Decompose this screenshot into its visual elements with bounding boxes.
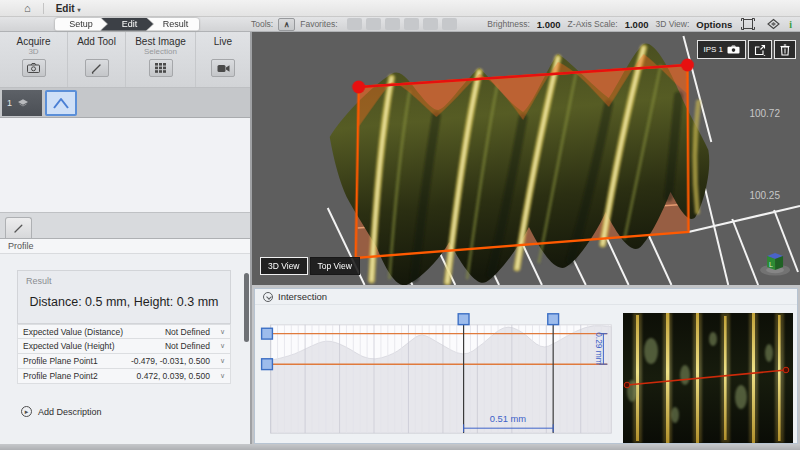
rotate-3d-icon <box>766 18 781 30</box>
pencil-icon <box>13 223 24 234</box>
profile-scrollbar[interactable] <box>244 273 249 342</box>
ips-capture-button[interactable]: IPS 1 <box>697 40 746 59</box>
row-label: Expected Value (Distance) <box>23 327 165 337</box>
result-value: Distance: 0.5 mm, Height: 0.3 mm <box>26 286 222 323</box>
row-value: 0.472, 0.039, 0.500 <box>137 371 210 381</box>
workflow-tabs: Setup Edit Result <box>55 18 199 31</box>
3d-view-button[interactable]: 3D View <box>260 257 308 275</box>
workflow-toolbar: Setup Edit Result Tools: ∧ Favorites: Br… <box>0 17 800 32</box>
caret-down-icon: ▾ <box>78 6 81 13</box>
best-image-button[interactable] <box>149 59 173 77</box>
z-axis-scale-value[interactable]: 1.000 <box>625 19 649 30</box>
tab-setup[interactable]: Setup <box>55 18 107 31</box>
tab-result[interactable]: Result <box>147 18 199 31</box>
row-label: Profile Plane Point2 <box>23 371 137 381</box>
favorite-slot[interactable] <box>347 18 362 30</box>
favorites-label: Favorites: <box>300 19 337 29</box>
fit-view-icon <box>741 18 755 30</box>
chevron-down-icon[interactable]: ∨ <box>220 328 225 336</box>
camera-preview-image[interactable] <box>623 313 793 443</box>
row-value: Not Defined <box>165 327 210 337</box>
plane-point1-row[interactable]: Profile Plane Point1 -0.479, -0.031, 0.5… <box>17 354 231 369</box>
profile-plot[interactable]: 0.51 mm 0.29 mm <box>259 313 617 439</box>
dataset-index: 1 <box>7 98 12 108</box>
add-tool-label: Add Tool <box>77 36 116 47</box>
favorite-slot[interactable] <box>442 18 457 30</box>
favorite-slot[interactable] <box>404 18 419 30</box>
application-window: ⌂ Edit ▾ Setup Edit Result Tools: ∧ Favo… <box>0 0 800 450</box>
grid-icon <box>155 63 166 73</box>
panel-gap <box>0 213 250 217</box>
row-label: Expected Value (Height) <box>23 341 165 351</box>
fit-view-button[interactable] <box>739 18 757 31</box>
top-view-button[interactable]: Top View <box>310 257 360 275</box>
favorite-slot[interactable] <box>385 18 400 30</box>
orientation-gizmo[interactable]: L <box>760 253 790 276</box>
home-icon[interactable]: ⌂ <box>24 2 31 14</box>
favorite-slot[interactable] <box>423 18 438 30</box>
profile-panel: Profile Result Distance: 0.5 mm, Height:… <box>0 238 250 444</box>
add-tool-button[interactable] <box>85 59 109 77</box>
profile-panel-header: Profile <box>0 239 250 254</box>
view-mode-buttons: 3D View Top View <box>260 257 360 275</box>
menu-separator <box>43 3 44 14</box>
3d-view-options-button[interactable]: Options <box>696 19 732 30</box>
best-image-group: Best Image Selection <box>126 32 196 87</box>
profile-caret-icon: ∧ <box>284 20 290 29</box>
delete-button[interactable] <box>774 40 796 59</box>
edit-profile-tab[interactable] <box>5 217 32 238</box>
profile-tool-button[interactable]: ∧ <box>278 18 295 31</box>
dataset-thumbnail-strip: 1 <box>0 88 250 118</box>
z-axis-tick-lower: 100.25 <box>749 190 780 201</box>
edit-menu[interactable]: Edit ▾ <box>56 3 81 14</box>
acquire-label: Acquire <box>17 36 51 47</box>
best-image-label: Best Image <box>135 36 186 47</box>
add-description-button[interactable]: ▸ Add Description <box>21 406 231 417</box>
plane-point2-row[interactable]: Profile Plane Point2 0.472, 0.039, 0.500… <box>17 369 231 384</box>
tools-label: Tools: <box>251 19 273 29</box>
camera-icon <box>727 45 740 54</box>
chevron-down-icon[interactable]: ∨ <box>220 342 225 350</box>
profile-endpoint-handle[interactable] <box>681 59 694 72</box>
pencil-icon <box>91 63 102 74</box>
export-annotate-button[interactable] <box>748 40 772 59</box>
camera-icon <box>27 63 40 73</box>
best-image-sublabel: Selection <box>144 47 177 57</box>
acquire-3d-button[interactable] <box>22 59 46 77</box>
favorite-slot[interactable] <box>366 18 381 30</box>
collapse-icon[interactable] <box>263 292 273 302</box>
chevron-down-icon[interactable]: ∨ <box>220 357 225 365</box>
add-tool-group: Add Tool <box>68 32 126 87</box>
tab-edit[interactable]: Edit <box>101 18 153 31</box>
info-icon[interactable]: i <box>789 19 792 30</box>
viewport-toolbar: IPS 1 <box>697 40 796 59</box>
brightness-value[interactable]: 1.000 <box>537 19 561 30</box>
intersection-body: 0.51 mm 0.29 mm <box>255 305 797 443</box>
dataset-thumbnail[interactable]: 1 <box>2 90 42 116</box>
chevron-down-icon[interactable]: ∨ <box>220 372 225 380</box>
rotate-3d-button[interactable] <box>764 18 782 31</box>
trash-icon <box>780 44 790 56</box>
expected-distance-row[interactable]: Expected Value (Distance) Not Defined ∨ <box>17 324 231 339</box>
3d-scene: L <box>252 32 800 285</box>
profile-endpoint-handle[interactable] <box>352 81 365 94</box>
right-panel: L IPS 1 <box>252 32 800 444</box>
expected-height-row[interactable]: Expected Value (Height) Not Defined ∨ <box>17 339 231 354</box>
profile-caret-icon <box>53 97 69 109</box>
main-area: Acquire 3D Add Tool <box>0 32 800 444</box>
edit-menu-label: Edit <box>56 3 75 14</box>
tool-workspace-empty <box>0 118 250 213</box>
z-axis-scale-label: Z-Axis Scale: <box>568 19 618 29</box>
profile-panel-body: Result Distance: 0.5 mm, Height: 0.3 mm … <box>0 254 250 444</box>
acquire-toolbar: Acquire 3D Add Tool <box>0 32 250 88</box>
video-camera-icon <box>217 64 230 73</box>
brightness-label: Brightness: <box>487 19 530 29</box>
live-button[interactable] <box>211 59 235 77</box>
favorites-slots <box>347 18 457 30</box>
live-group: Live <box>196 32 250 87</box>
intersection-header[interactable]: Intersection <box>255 289 797 305</box>
intersection-title: Intersection <box>278 291 327 302</box>
3d-viewport[interactable]: L IPS 1 <box>252 32 800 285</box>
profile-tool-thumbnail-selected[interactable] <box>45 90 77 116</box>
ips-label: IPS 1 <box>703 45 723 54</box>
